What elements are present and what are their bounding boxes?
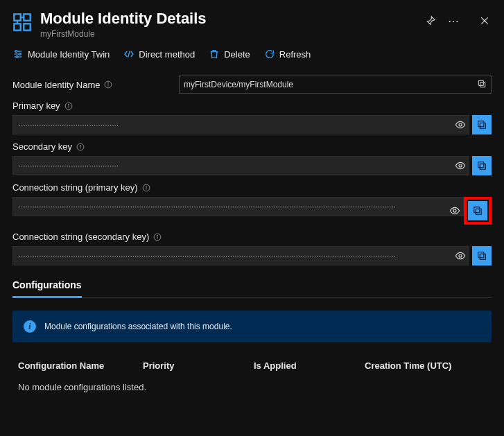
- direct-method-button[interactable]: Direct method: [123, 49, 195, 60]
- svg-rect-19: [478, 80, 483, 85]
- svg-rect-30: [480, 164, 485, 169]
- secondary-key-value: ········································…: [19, 162, 119, 170]
- svg-rect-0: [14, 14, 20, 20]
- svg-point-28: [80, 145, 81, 146]
- col-is-applied: Is Applied: [254, 360, 365, 371]
- svg-rect-18: [480, 82, 485, 87]
- code-icon: [123, 49, 134, 60]
- module-identity-twin-button[interactable]: Module Identity Twin: [12, 49, 110, 60]
- module-icon: [12, 12, 32, 32]
- conn-secondary-label: Connection string (secondary key): [12, 232, 149, 242]
- svg-rect-1: [24, 14, 30, 20]
- refresh-icon: [264, 49, 275, 60]
- svg-point-40: [157, 235, 158, 236]
- svg-point-35: [453, 209, 456, 212]
- svg-point-11: [15, 51, 17, 53]
- reveal-button[interactable]: [453, 156, 468, 175]
- reveal-button[interactable]: [447, 197, 462, 225]
- conn-primary-field[interactable]: ········································…: [12, 197, 464, 216]
- toolbar-label: Refresh: [279, 49, 311, 60]
- identity-name-label: Module Identity Name: [12, 80, 100, 90]
- toolbar-label: Module Identity Twin: [28, 49, 110, 60]
- more-button[interactable]: ⋯: [447, 14, 461, 28]
- copy-button[interactable]: [472, 115, 492, 134]
- primary-key-field[interactable]: ········································…: [12, 115, 469, 134]
- svg-rect-24: [480, 123, 485, 128]
- delete-button[interactable]: Delete: [209, 49, 250, 60]
- col-priority: Priority: [143, 360, 254, 371]
- svg-point-23: [459, 123, 462, 126]
- identity-name-value: myFirstDevice/myFirstModule: [184, 80, 293, 89]
- secondary-key-field[interactable]: ········································…: [12, 156, 469, 175]
- svg-point-34: [146, 186, 146, 186]
- copy-icon[interactable]: [477, 79, 487, 91]
- close-button[interactable]: [478, 14, 492, 28]
- svg-point-41: [459, 254, 462, 257]
- svg-point-17: [108, 82, 109, 83]
- svg-rect-42: [480, 254, 485, 259]
- svg-rect-25: [478, 121, 484, 127]
- pin-button[interactable]: [424, 14, 437, 28]
- conn-primary-value: ········································…: [19, 203, 396, 211]
- svg-point-12: [19, 53, 21, 55]
- svg-rect-2: [14, 24, 20, 30]
- svg-line-14: [128, 51, 130, 57]
- page-title: Module Identity Details: [40, 10, 424, 28]
- info-icon[interactable]: [153, 233, 162, 241]
- identity-name-field[interactable]: myFirstDevice/myFirstModule: [179, 76, 492, 94]
- info-banner: i Module configurations associated with …: [12, 311, 492, 342]
- copy-button[interactable]: [472, 156, 492, 175]
- copy-button[interactable]: [472, 246, 492, 265]
- toolbar-label: Delete: [224, 49, 250, 60]
- settings-icon: [12, 49, 24, 60]
- svg-point-13: [16, 56, 18, 58]
- empty-row: No module configurations listed.: [12, 378, 492, 396]
- col-creation-time: Creation Time (UTC): [365, 360, 486, 371]
- copy-button[interactable]: [468, 201, 487, 220]
- primary-key-label: Primary key: [12, 101, 60, 111]
- toolbar-label: Direct method: [139, 49, 195, 60]
- page-subtitle: myFirstModule: [40, 29, 424, 39]
- svg-rect-43: [478, 252, 484, 258]
- info-icon[interactable]: [104, 80, 112, 89]
- info-banner-text: Module configurations associated with th…: [44, 322, 232, 331]
- refresh-button[interactable]: Refresh: [264, 49, 311, 60]
- col-config-name: Configuration Name: [18, 360, 143, 371]
- conn-secondary-value: ········································…: [19, 252, 396, 260]
- svg-rect-31: [478, 162, 484, 168]
- info-icon[interactable]: [142, 184, 150, 192]
- svg-rect-3: [24, 24, 30, 30]
- secondary-key-label: Secondary key: [12, 141, 72, 152]
- primary-key-value: ········································…: [19, 121, 119, 129]
- info-icon[interactable]: [76, 143, 85, 151]
- svg-point-29: [459, 164, 462, 167]
- conn-secondary-field[interactable]: ········································…: [12, 246, 469, 265]
- highlighted-copy: [464, 197, 492, 225]
- reveal-button[interactable]: [453, 115, 468, 134]
- info-icon[interactable]: [64, 102, 73, 110]
- info-icon: i: [24, 320, 36, 333]
- trash-icon: [209, 49, 220, 60]
- toolbar: Module Identity Twin Direct method Delet…: [0, 43, 504, 70]
- reveal-button[interactable]: [453, 246, 468, 265]
- svg-point-22: [68, 104, 69, 105]
- conn-primary-label: Connection string (primary key): [12, 182, 138, 193]
- table-header: Configuration Name Priority Is Applied C…: [12, 342, 492, 378]
- configurations-title: Configurations: [12, 279, 82, 298]
- svg-rect-36: [476, 209, 481, 214]
- svg-rect-37: [474, 207, 480, 213]
